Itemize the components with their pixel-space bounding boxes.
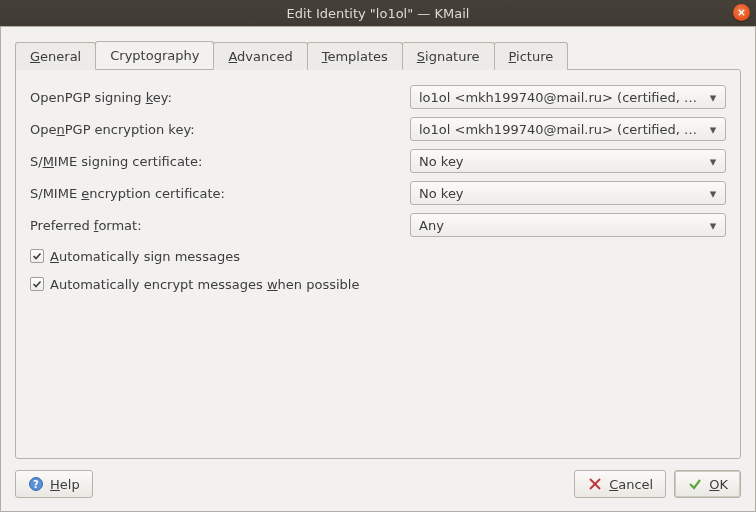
tabbar: General Cryptography Advanced Templates … (15, 41, 741, 69)
label-preferred-format: Preferred format: (30, 218, 410, 233)
row-auto-sign: Automatically sign messages (30, 244, 726, 268)
check-icon (32, 279, 42, 289)
cancel-icon (587, 476, 603, 492)
combo-value: lo1ol <mkh199740@mail.ru> (certified, Op… (419, 122, 703, 137)
ok-button[interactable]: OK (674, 470, 741, 498)
tab-cryptography[interactable]: Cryptography (95, 41, 214, 69)
button-label: Cancel (609, 477, 653, 492)
button-bar: ? Help Cancel OK (15, 469, 741, 499)
combo-openpgp-signing-key[interactable]: lo1ol <mkh199740@mail.ru> (certified, Op… (410, 85, 726, 109)
chevron-down-icon: ▾ (707, 90, 719, 105)
cancel-button[interactable]: Cancel (574, 470, 666, 498)
row-smime-encryption-cert: S/MIME encryption certificate: No key ▾ (30, 180, 726, 206)
row-preferred-format: Preferred format: Any ▾ (30, 212, 726, 238)
close-button[interactable] (733, 4, 750, 21)
button-label: OK (709, 477, 728, 492)
help-button[interactable]: ? Help (15, 470, 93, 498)
chevron-down-icon: ▾ (707, 218, 719, 233)
tab-panel-cryptography: OpenPGP signing key: lo1ol <mkh199740@ma… (15, 69, 741, 459)
svg-text:?: ? (33, 479, 39, 490)
tab-advanced[interactable]: Advanced (213, 42, 307, 70)
label-smime-signing-cert: S/MIME signing certificate: (30, 154, 410, 169)
combo-smime-signing-cert[interactable]: No key ▾ (410, 149, 726, 173)
label-auto-sign: Automatically sign messages (50, 249, 240, 264)
tab-picture[interactable]: Picture (494, 42, 569, 70)
chevron-down-icon: ▾ (707, 122, 719, 137)
help-icon: ? (28, 476, 44, 492)
check-icon (32, 251, 42, 261)
titlebar: Edit Identity "lo1ol" — KMail (0, 0, 756, 26)
window-title: Edit Identity "lo1ol" — KMail (287, 6, 470, 21)
tab-signature[interactable]: Signature (402, 42, 495, 70)
checkbox-auto-encrypt[interactable] (30, 277, 44, 291)
label-openpgp-encryption-key: OpenPGP encryption key: (30, 122, 410, 137)
row-smime-signing-cert: S/MIME signing certificate: No key ▾ (30, 148, 726, 174)
combo-value: Any (419, 218, 703, 233)
combo-preferred-format[interactable]: Any ▾ (410, 213, 726, 237)
label-smime-encryption-cert: S/MIME encryption certificate: (30, 186, 410, 201)
combo-value: lo1ol <mkh199740@mail.ru> (certified, Op… (419, 90, 703, 105)
combo-smime-encryption-cert[interactable]: No key ▾ (410, 181, 726, 205)
row-auto-encrypt: Automatically encrypt messages when poss… (30, 272, 726, 296)
label-auto-encrypt: Automatically encrypt messages when poss… (50, 277, 359, 292)
close-icon (737, 8, 746, 17)
combo-value: No key (419, 186, 703, 201)
button-label: Help (50, 477, 80, 492)
row-openpgp-encryption-key: OpenPGP encryption key: lo1ol <mkh199740… (30, 116, 726, 142)
label-openpgp-signing-key: OpenPGP signing key: (30, 90, 410, 105)
chevron-down-icon: ▾ (707, 154, 719, 169)
combo-openpgp-encryption-key[interactable]: lo1ol <mkh199740@mail.ru> (certified, Op… (410, 117, 726, 141)
chevron-down-icon: ▾ (707, 186, 719, 201)
ok-icon (687, 476, 703, 492)
tab-general[interactable]: General (15, 42, 96, 70)
combo-value: No key (419, 154, 703, 169)
checkbox-auto-sign[interactable] (30, 249, 44, 263)
dialog-body: General Cryptography Advanced Templates … (0, 26, 756, 512)
row-openpgp-signing-key: OpenPGP signing key: lo1ol <mkh199740@ma… (30, 84, 726, 110)
tab-templates[interactable]: Templates (307, 42, 403, 70)
